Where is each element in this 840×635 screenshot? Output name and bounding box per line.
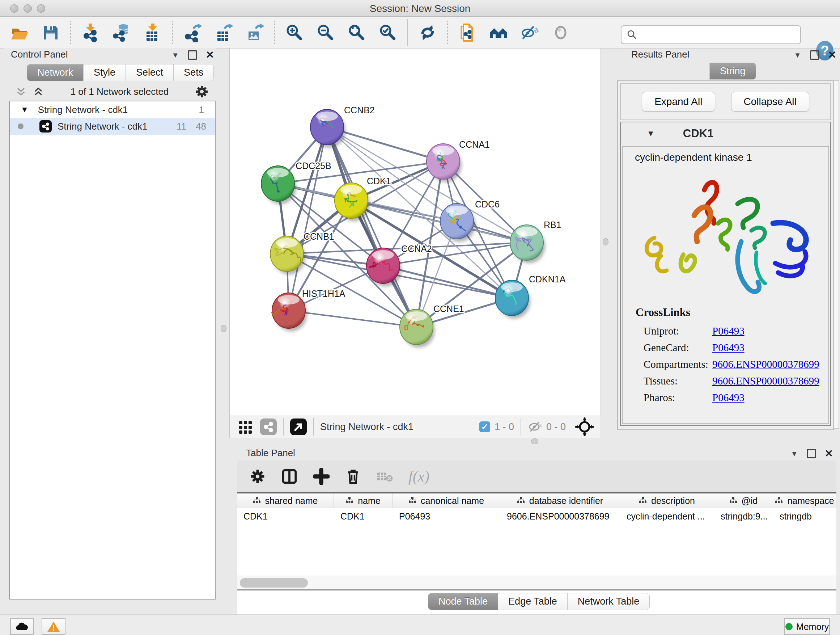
zoom-in-icon[interactable] — [284, 22, 305, 43]
memory-button[interactable]: Memory — [784, 618, 830, 635]
export-image-icon[interactable] — [245, 22, 265, 43]
string-network-graph[interactable]: CCNB2CCNA1CDC25BCDK1CDC6RB1CCNB1CCNA2CDK… — [230, 49, 600, 416]
column-header-canonical-name[interactable]: canonical name — [393, 494, 500, 508]
crosslink-link[interactable]: 9606.ENSP00000378699 — [712, 358, 819, 371]
section-collapse-icon[interactable]: ▼ — [647, 129, 655, 138]
panel-float-icon[interactable] — [188, 50, 197, 60]
node-CCNE1[interactable] — [400, 309, 435, 348]
table-cell[interactable]: cyclin-dependent ... — [620, 508, 714, 524]
export-network-icon[interactable] — [182, 22, 202, 43]
crosslink-link[interactable]: 9606.ENSP00000378699 — [712, 375, 819, 387]
table-gear-icon[interactable] — [249, 468, 266, 485]
import-network-icon[interactable] — [80, 22, 101, 43]
tab-string[interactable]: String — [709, 63, 756, 80]
network-collection-row[interactable]: ▼ String Network - cdk1 1 — [10, 101, 215, 118]
tab-sets[interactable]: Sets — [174, 64, 214, 81]
network-status-dot — [18, 124, 24, 129]
left-splitter-handle[interactable] — [221, 325, 226, 332]
search-input[interactable] — [641, 29, 800, 41]
crosslink-link[interactable]: P06493 — [712, 392, 745, 404]
import-database-icon[interactable] — [111, 22, 132, 43]
results-scrollbar[interactable] — [834, 80, 839, 429]
expand-all-networks-icon[interactable] — [15, 86, 27, 97]
right-splitter-handle[interactable] — [603, 238, 608, 245]
edge-CCNB2-HIST1H1A[interactable] — [289, 127, 327, 310]
collapse-all-button[interactable]: Collapse All — [731, 92, 809, 111]
grid-view-icon[interactable] — [238, 419, 254, 435]
column-header-namespace[interactable]: namespace — [773, 494, 836, 508]
crosslink-row: Uniprot: P06493 — [636, 323, 819, 339]
table-cell[interactable]: stringdb — [773, 508, 836, 524]
tab-style[interactable]: Style — [84, 64, 126, 81]
table-cell[interactable]: stringdb:9... — [714, 508, 773, 524]
panel-close-icon[interactable]: ✕ — [825, 450, 833, 457]
selected-nodes-checkbox[interactable]: ✓ — [479, 421, 490, 432]
column-header-database-identifier[interactable]: database identifier — [500, 494, 620, 508]
column-header-shared-name[interactable]: shared name — [237, 494, 334, 508]
crosslink-link[interactable]: P06493 — [712, 342, 745, 354]
cloud-button[interactable] — [10, 618, 34, 635]
tab-network-table[interactable]: Network Table — [568, 593, 650, 610]
birdseye-view-icon[interactable] — [575, 417, 594, 436]
panel-collapse-icon[interactable]: ▼ — [791, 450, 798, 458]
panel-float-icon[interactable] — [810, 50, 819, 60]
network-row[interactable]: String Network - cdk1 11 48 — [10, 118, 215, 135]
open-external-icon[interactable] — [290, 418, 307, 435]
network-canvas[interactable]: CCNB2CCNA1CDC25BCDK1CDC6RB1CCNB1CCNA2CDK… — [229, 48, 601, 416]
tab-node-table[interactable]: Node Table — [428, 593, 498, 610]
warnings-button[interactable] — [42, 618, 65, 635]
zoom-out-icon[interactable] — [316, 22, 336, 43]
node-RB1[interactable] — [510, 225, 545, 263]
import-table-icon[interactable] — [142, 22, 163, 43]
control-panel-title: Control Panel — [11, 49, 68, 60]
show-eye-icon[interactable] — [551, 22, 571, 43]
table-cell[interactable]: 9606.ENSP00000378699 — [500, 508, 620, 524]
window-title: Session: New Session — [0, 3, 840, 14]
export-table-icon[interactable] — [213, 22, 234, 43]
crosslink-label: GeneCard: — [636, 342, 712, 354]
column-header-name[interactable]: name — [334, 494, 393, 508]
table-hscrollbar[interactable] — [237, 576, 836, 590]
search-box[interactable] — [621, 25, 801, 44]
expand-all-button[interactable]: Expand All — [642, 92, 715, 111]
panel-close-icon[interactable]: ✕ — [206, 51, 214, 59]
save-session-icon[interactable] — [41, 22, 61, 43]
panel-collapse-icon[interactable]: ▼ — [172, 51, 179, 59]
edge-CCNE1-HIST1H1A[interactable] — [289, 310, 416, 327]
hide-glasses-icon[interactable] — [519, 22, 540, 43]
panel-float-icon[interactable] — [807, 449, 816, 458]
crosslink-link[interactable]: P06493 — [712, 325, 745, 337]
string-home-icon[interactable] — [488, 22, 508, 43]
show-columns-icon[interactable] — [281, 468, 298, 485]
node-CDKN1A[interactable] — [495, 280, 531, 318]
table-cell[interactable]: P06493 — [393, 508, 500, 524]
column-header--id[interactable]: @id — [714, 494, 773, 508]
zoom-selected-icon[interactable] — [378, 22, 398, 43]
table-hscrollbar-thumb[interactable] — [240, 578, 308, 587]
gene-section-header[interactable]: ▼ CDK1 — [621, 122, 830, 145]
panel-close-icon[interactable]: ✕ — [828, 51, 836, 59]
tab-select[interactable]: Select — [126, 64, 174, 81]
tab-edge-table[interactable]: Edge Table — [498, 593, 568, 610]
collapse-all-networks-icon[interactable] — [32, 86, 44, 97]
node-CCNA1[interactable] — [426, 144, 462, 182]
column-header-description[interactable]: description — [620, 494, 714, 508]
share-view-icon[interactable] — [260, 418, 277, 435]
node-CDC25B[interactable] — [261, 166, 296, 204]
table-row[interactable]: CDK1CDK1P064939606.ENSP00000378699cyclin… — [237, 508, 836, 524]
table-cell[interactable]: CDK1 — [334, 508, 393, 524]
network-options-gear-icon[interactable] — [195, 84, 209, 99]
document-share-icon[interactable] — [457, 22, 477, 43]
bottom-splitter-handle[interactable] — [531, 439, 538, 444]
refresh-icon[interactable] — [417, 22, 438, 43]
add-column-icon[interactable] — [313, 468, 330, 485]
open-session-icon[interactable] — [9, 22, 30, 43]
zoom-fit-icon[interactable] — [347, 22, 367, 43]
node-CCNB2[interactable] — [310, 109, 346, 148]
tab-network[interactable]: Network — [27, 64, 84, 81]
panel-collapse-icon[interactable]: ▼ — [794, 51, 801, 59]
node-CDK1[interactable] — [335, 183, 370, 221]
table-cell[interactable]: CDK1 — [237, 508, 334, 524]
tree-expand-icon[interactable]: ▼ — [21, 105, 28, 114]
delete-column-icon[interactable] — [345, 468, 362, 485]
